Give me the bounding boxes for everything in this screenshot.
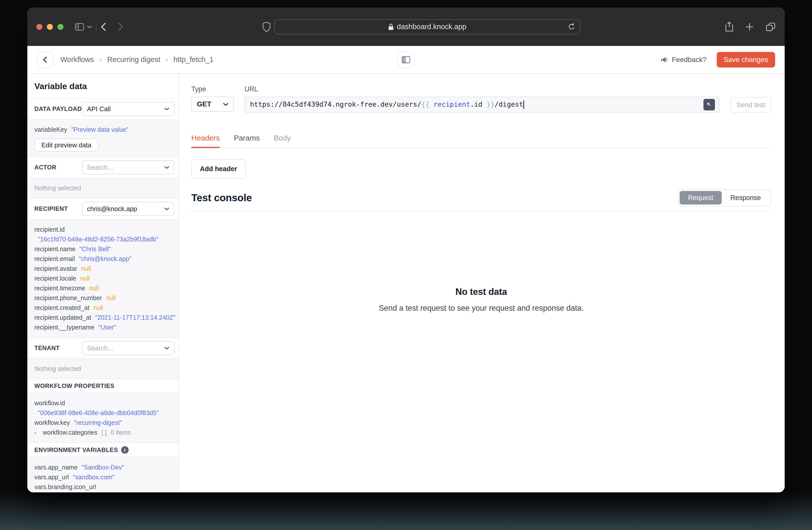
panel-title: Variable data: [27, 74, 178, 99]
actor-select[interactable]: Search...: [82, 161, 174, 175]
var-key: variableKey: [34, 125, 67, 135]
table-row: recipient.id "16c1fd70-b49a-48d2-8256-73…: [34, 225, 171, 244]
send-test-button[interactable]: Send test: [730, 97, 771, 113]
breadcrumb-item-workflows[interactable]: Workflows: [60, 55, 94, 64]
type-label: Type: [191, 85, 234, 93]
empty-state-title: No test data: [191, 287, 771, 297]
recipient-row: RECIPIENT chris@knock.app: [27, 198, 178, 220]
expander-chevron-icon[interactable]: ›: [34, 428, 36, 437]
table-row: vars.app_url "sandbox.com": [34, 472, 171, 482]
expand-icon: [706, 102, 712, 108]
var-value: null: [89, 283, 99, 293]
feedback-link[interactable]: Feedback?: [660, 56, 707, 64]
browser-window: dashboard.knock.app: [27, 8, 785, 492]
minimize-window-button[interactable]: [47, 24, 53, 30]
info-icon[interactable]: i: [121, 446, 129, 454]
browser-chrome: dashboard.knock.app: [27, 8, 785, 46]
table-row: › workflow.categories [ ] 0 items: [34, 428, 171, 437]
address-bar[interactable]: dashboard.knock.app: [274, 19, 580, 34]
privacy-shield-icon[interactable]: [262, 22, 271, 32]
tabs-overview-icon[interactable]: [766, 22, 775, 32]
tenant-placeholder: Search...: [87, 344, 113, 352]
var-value: "2021-11-17T17:13:14.240Z": [95, 313, 176, 322]
data-payload-row: DATA PAYLOAD API Call: [27, 99, 178, 120]
zoom-window-button[interactable]: [57, 24, 63, 30]
recipient-select[interactable]: chris@knock.app: [82, 202, 174, 216]
tenant-row: TENANT Search...: [27, 338, 178, 359]
toggle-response[interactable]: Response: [722, 191, 769, 205]
var-value: null: [81, 264, 91, 274]
tab-params[interactable]: Params: [234, 134, 260, 148]
recipient-vars-section: recipient.id "16c1fd70-b49a-48d2-8256-73…: [27, 220, 178, 338]
environment-variables-header: ENVIRONMENT VARIABLES i: [27, 443, 178, 458]
environment-variables-label: ENVIRONMENT VARIABLES: [34, 446, 118, 454]
lock-icon: [388, 23, 394, 31]
back-button[interactable]: [101, 22, 106, 32]
recipient-label: RECIPIENT: [34, 205, 68, 212]
forward-button[interactable]: [118, 22, 124, 32]
table-row: recipient.email "chris@knock.app": [34, 254, 171, 264]
chevron-down-icon[interactable]: [87, 25, 92, 28]
table-row: recipient.phone_number null: [34, 293, 171, 303]
chevron-down-icon: [164, 166, 169, 169]
new-tab-icon[interactable]: [745, 22, 754, 31]
tenant-select[interactable]: Search...: [82, 341, 174, 355]
table-row: recipient.updated_at "2021-11-17T17:13:1…: [34, 313, 171, 322]
var-key: vars.app_name: [34, 462, 77, 472]
method-select[interactable]: GET: [191, 97, 234, 112]
test-console-title: Test console: [191, 192, 252, 204]
table-row: recipient.__typename "User": [34, 322, 171, 332]
request-response-toggle: Request Response: [678, 189, 771, 206]
feedback-label: Feedback?: [672, 56, 707, 64]
tab-headers[interactable]: Headers: [191, 134, 220, 148]
request-editor: Type GET URL https://84c5df439d74.ngrok-…: [179, 74, 785, 492]
toggle-request[interactable]: Request: [680, 191, 722, 205]
add-header-button[interactable]: Add header: [191, 159, 246, 179]
tab-body[interactable]: Body: [274, 134, 291, 148]
var-value: null: [80, 274, 90, 283]
actor-placeholder: Search...: [87, 164, 113, 171]
preview-data-section: variableKey "Preview data value" Edit pr…: [27, 120, 178, 157]
table-row: vars.branding.icon_url: [34, 482, 171, 492]
megaphone-icon: [660, 56, 668, 64]
browser-sidebar-icon[interactable]: [75, 23, 84, 31]
actor-label: ACTOR: [34, 164, 56, 171]
var-value: "chris@knock.app": [79, 254, 131, 264]
edit-preview-data-button[interactable]: Edit preview data: [34, 139, 98, 152]
breadcrumb: Workflows › Recurring digest › http_fetc…: [60, 55, 214, 64]
var-value: "Sandbox-Dev": [82, 462, 124, 472]
var-key: recipient.email: [34, 254, 75, 264]
variable-data-panel: Variable data DATA PAYLOAD API Call vari…: [27, 74, 179, 492]
data-payload-value: API Call: [87, 105, 111, 113]
actor-empty-text: Nothing selected: [34, 184, 81, 192]
var-key: recipient.phone_number: [34, 293, 102, 303]
data-payload-select[interactable]: API Call: [82, 102, 174, 116]
chevron-down-icon: [164, 347, 169, 350]
close-window-button[interactable]: [37, 24, 42, 30]
breadcrumb-item-workflow[interactable]: Recurring digest: [107, 55, 160, 64]
text-caret: [523, 100, 524, 109]
save-changes-button[interactable]: Save changes: [717, 52, 775, 68]
var-meta: 0 items: [111, 428, 131, 437]
var-value: [ ]: [101, 428, 106, 437]
chevron-down-icon: [223, 103, 229, 106]
chevron-down-icon: [164, 207, 169, 210]
workflow-vars-section: workflow.id "006e938f-98e6-408e-a9de-dbb…: [27, 393, 178, 443]
app-back-button[interactable]: [37, 52, 54, 68]
actor-row: ACTOR Search...: [27, 157, 178, 178]
url-input[interactable]: https://84c5df439d74.ngrok-free.dev/user…: [245, 97, 720, 113]
app-header: Workflows › Recurring digest › http_fetc…: [27, 46, 785, 74]
var-key: recipient.created_at: [34, 303, 89, 313]
reload-icon[interactable]: [568, 23, 575, 31]
url-label: URL: [245, 85, 720, 93]
tenant-empty-text: Nothing selected: [34, 365, 81, 372]
chrome-divider: [96, 22, 97, 31]
share-icon[interactable]: [725, 21, 734, 32]
var-key: vars.app_url: [34, 472, 69, 482]
table-row: recipient.avatar null: [34, 264, 171, 274]
recipient-value: chris@knock.app: [87, 205, 137, 213]
tenant-label: TENANT: [34, 345, 60, 352]
var-key: workflow.id: [34, 398, 171, 408]
sidebar-toggle-button[interactable]: [398, 52, 414, 68]
expand-editor-button[interactable]: [704, 99, 715, 110]
